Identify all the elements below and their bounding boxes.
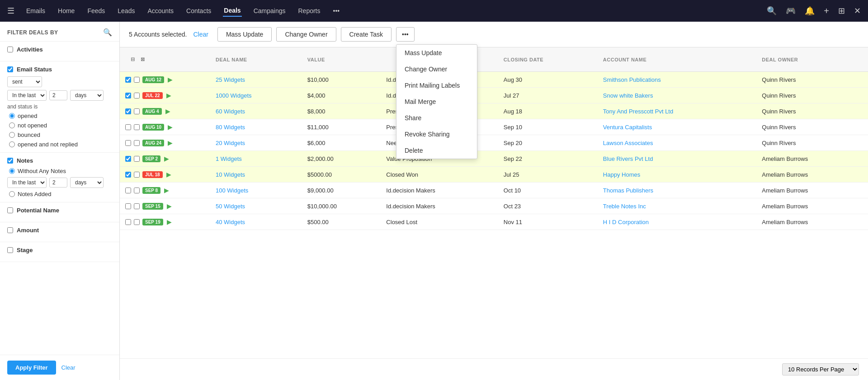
gamepad-icon[interactable]: 🎮 <box>786 6 796 16</box>
deal-name-link[interactable]: 10 Widgets <box>216 171 245 178</box>
status-bounced[interactable]: bounced <box>9 131 112 138</box>
account-name-link[interactable]: Ventura Capitalists <box>603 124 652 131</box>
records-per-page-select[interactable]: 10 Records Per Page 20 Records Per Page … <box>782 363 859 375</box>
status-not-opened[interactable]: not opened <box>9 122 112 129</box>
notes-period-unit[interactable]: days weeks months <box>70 177 104 188</box>
potential-name-label[interactable]: Potential Name <box>7 207 112 214</box>
potential-name-checkbox[interactable] <box>7 207 13 213</box>
deal-name-link[interactable]: 60 Widgets <box>216 108 245 115</box>
nav-campaings[interactable]: Campaings <box>253 5 287 16</box>
row-sub-checkbox[interactable] <box>134 219 140 225</box>
deal-name-link[interactable]: 50 Widgets <box>216 203 245 210</box>
without-any-notes[interactable]: Without Any Notes <box>9 168 112 174</box>
email-status-label[interactable]: Email Status <box>7 66 112 73</box>
nav-reports[interactable]: Reports <box>297 5 321 16</box>
status-opened[interactable]: opened <box>9 113 112 119</box>
email-period-select[interactable]: In the last Is <box>7 90 47 101</box>
activities-checkbox[interactable] <box>7 47 13 52</box>
status-opened-not-replied-radio[interactable] <box>9 141 15 147</box>
notes-added[interactable]: Notes Added <box>9 191 112 197</box>
add-icon[interactable]: + <box>824 6 829 16</box>
row-checkbox[interactable] <box>125 219 131 225</box>
row-checkbox[interactable] <box>125 140 131 146</box>
nav-leads[interactable]: Leads <box>117 5 136 16</box>
nav-deals[interactable]: Deals <box>223 5 241 17</box>
dropdown-delete[interactable]: Delete <box>396 142 477 159</box>
account-name-link[interactable]: Treble Notes Inc <box>603 203 646 210</box>
close-icon[interactable]: ✕ <box>854 6 861 16</box>
nav-feeds[interactable]: Feeds <box>86 5 106 16</box>
account-name-link[interactable]: Snow white Bakers <box>603 92 653 99</box>
deal-name-link[interactable]: 25 Widgets <box>216 76 245 83</box>
account-name-link[interactable]: Smithson Publications <box>603 76 661 83</box>
row-sub-checkbox[interactable] <box>134 140 140 146</box>
row-sub-checkbox[interactable] <box>134 203 140 209</box>
status-opened-not-replied[interactable]: opened and not replied <box>9 141 112 148</box>
row-sub-checkbox[interactable] <box>134 172 140 178</box>
row-sub-checkbox[interactable] <box>134 93 140 99</box>
nav-home[interactable]: Home <box>57 5 75 16</box>
row-sub-checkbox[interactable] <box>134 156 140 162</box>
email-status-checkbox[interactable] <box>7 66 13 72</box>
email-period-unit[interactable]: days weeks months <box>70 90 104 101</box>
account-name-link[interactable]: H I D Corporation <box>603 219 649 225</box>
account-name-link[interactable]: Lawson Associates <box>603 140 653 146</box>
table-collapse-icon[interactable]: ⊠ <box>141 56 145 62</box>
deal-name-link[interactable]: 20 Widgets <box>216 140 245 146</box>
notes-added-radio[interactable] <box>9 191 15 197</box>
deal-name-link[interactable]: 80 Widgets <box>216 124 245 131</box>
change-owner-button[interactable]: Change Owner <box>276 27 336 42</box>
row-checkbox[interactable] <box>125 124 131 130</box>
notes-period-select[interactable]: In the last Is <box>7 177 47 188</box>
row-sub-checkbox[interactable] <box>134 124 140 130</box>
row-checkbox[interactable] <box>125 108 131 114</box>
row-checkbox[interactable] <box>125 188 131 193</box>
deal-name-link[interactable]: 40 Widgets <box>216 219 245 225</box>
account-name-link[interactable]: Thomas Publishers <box>603 187 653 194</box>
row-sub-checkbox[interactable] <box>134 108 140 114</box>
notes-label[interactable]: Notes <box>7 157 112 164</box>
deal-name-link[interactable]: 1 Widgets <box>216 155 242 162</box>
dropdown-revoke-sharing[interactable]: Revoke Sharing <box>396 126 477 142</box>
status-not-opened-radio[interactable] <box>9 122 15 128</box>
clear-filter-button[interactable]: Clear <box>61 364 75 371</box>
deal-name-link[interactable]: 1000 Widgets <box>216 92 252 99</box>
row-checkbox[interactable] <box>125 172 131 178</box>
account-name-link[interactable]: Tony And Presscott Pvt Ltd <box>603 108 673 115</box>
account-name-link[interactable]: Blue Rivers Pvt Ltd <box>603 155 653 162</box>
row-checkbox[interactable] <box>125 156 131 162</box>
deal-name-link[interactable]: 100 Widgets <box>216 187 248 194</box>
create-task-button[interactable]: Create Task <box>341 27 392 42</box>
stage-label[interactable]: Stage <box>7 247 112 253</box>
nav-contacts[interactable]: Contacts <box>185 5 212 16</box>
row-sub-checkbox[interactable] <box>134 188 140 193</box>
notes-checkbox[interactable] <box>7 158 13 164</box>
row-sub-checkbox[interactable] <box>134 77 140 83</box>
dropdown-mail-merge[interactable]: Mail Merge <box>396 94 477 110</box>
email-status-select[interactable]: sent not sent <box>7 76 42 87</box>
table-view-icon[interactable]: ⊟ <box>131 56 135 62</box>
notes-period-value[interactable] <box>49 178 67 188</box>
stage-checkbox[interactable] <box>7 247 13 253</box>
nav-more-icon[interactable]: ••• <box>332 5 341 16</box>
mass-update-button[interactable]: Mass Update <box>217 27 272 42</box>
nav-accounts[interactable]: Accounts <box>146 5 175 16</box>
filter-search-icon[interactable]: 🔍 <box>103 28 113 37</box>
email-period-value[interactable] <box>49 90 67 100</box>
account-name-link[interactable]: Happy Homes <box>603 171 640 178</box>
without-notes-radio[interactable] <box>9 168 15 174</box>
row-checkbox[interactable] <box>125 77 131 83</box>
dropdown-print-mailing-labels[interactable]: Print Mailing Labels <box>396 77 477 94</box>
dropdown-change-owner[interactable]: Change Owner <box>396 61 477 77</box>
activities-label[interactable]: Activities <box>7 46 112 53</box>
search-icon[interactable]: 🔍 <box>767 6 777 16</box>
grid-icon[interactable]: ⊞ <box>838 6 845 16</box>
apply-filter-button[interactable]: Apply Filter <box>7 361 56 375</box>
status-bounced-radio[interactable] <box>9 132 15 138</box>
notification-icon[interactable]: 🔔 <box>805 6 815 16</box>
row-checkbox[interactable] <box>125 203 131 209</box>
amount-label[interactable]: Amount <box>7 227 112 234</box>
row-checkbox[interactable] <box>125 93 131 99</box>
more-options-button[interactable]: ••• <box>396 27 415 42</box>
clear-selection-link[interactable]: Clear <box>193 31 208 38</box>
